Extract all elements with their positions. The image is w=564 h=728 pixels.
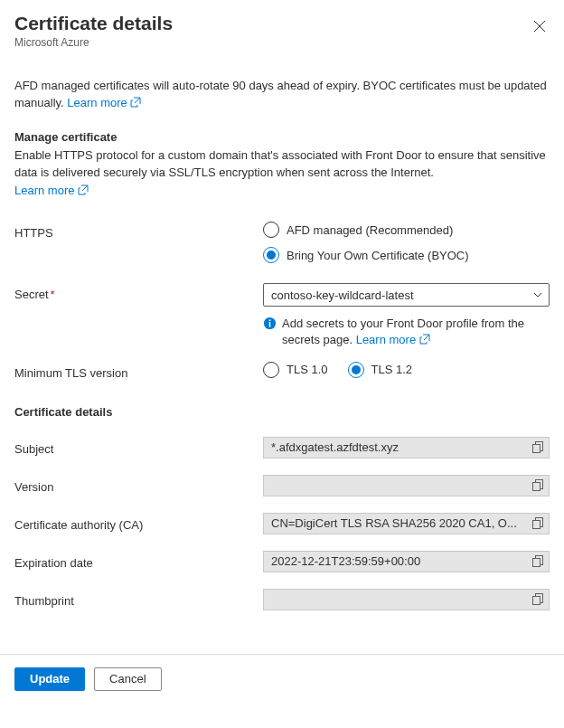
copy-ca-button[interactable] — [531, 516, 545, 531]
close-button[interactable] — [530, 16, 550, 39]
https-option-byoc-label: Bring Your Own Certificate (BYOC) — [287, 249, 469, 262]
https-option-byoc[interactable]: Bring Your Own Certificate (BYOC) — [263, 247, 550, 263]
rotation-description: AFD managed certificates will auto-rotat… — [14, 78, 550, 112]
external-link-icon — [130, 97, 141, 108]
page-title: Certificate details — [14, 13, 173, 34]
https-option-afd-managed-label: AFD managed (Recommended) — [287, 223, 453, 237]
ca-field: CN=DigiCert TLS RSA SHA256 2020 CA1, O..… — [263, 513, 550, 534]
svg-point-1 — [269, 320, 271, 322]
svg-rect-10 — [532, 559, 540, 567]
tls-radio-group: TLS 1.0 TLS 1.2 — [263, 362, 550, 378]
close-icon — [533, 20, 546, 33]
cancel-button[interactable]: Cancel — [94, 667, 161, 691]
copy-icon — [532, 555, 544, 567]
copy-expiry-button[interactable] — [531, 554, 545, 569]
manage-section-title: Manage certificate — [14, 130, 550, 144]
thumbprint-label: Thumbprint — [14, 591, 263, 608]
tls-option-12[interactable]: TLS 1.2 — [348, 362, 413, 378]
page-subtitle: Microsoft Azure — [14, 36, 173, 49]
manage-learn-more-link[interactable]: Learn more — [14, 183, 89, 200]
expiry-label: Expiration date — [14, 553, 263, 570]
radio-icon — [263, 362, 279, 378]
copy-thumbprint-button[interactable] — [531, 592, 545, 607]
thumbprint-field — [263, 589, 550, 610]
tls-option-10-label: TLS 1.0 — [287, 363, 328, 376]
external-link-icon — [78, 184, 89, 195]
footer: Update Cancel — [0, 654, 564, 704]
copy-version-button[interactable] — [531, 478, 545, 493]
https-label: HTTPS — [14, 222, 263, 240]
copy-subject-button[interactable] — [531, 440, 545, 455]
radio-icon — [263, 247, 279, 263]
subject-label: Subject — [14, 439, 263, 456]
secret-learn-more-link[interactable]: Learn more — [356, 333, 430, 346]
tls-option-12-label: TLS 1.2 — [371, 363, 413, 376]
tls-label: Minimum TLS version — [14, 362, 263, 380]
radio-icon — [348, 362, 364, 378]
svg-rect-6 — [532, 483, 540, 491]
copy-icon — [532, 593, 544, 605]
secret-select[interactable]: contoso-key-wildcard-latest — [263, 283, 550, 307]
update-button[interactable]: Update — [14, 667, 85, 691]
expiry-value: 2022-12-21T23:59:59+00:00 — [271, 554, 420, 568]
svg-rect-8 — [532, 521, 540, 529]
svg-rect-4 — [532, 445, 540, 453]
copy-icon — [532, 479, 544, 491]
version-label: Version — [14, 477, 263, 494]
rotation-learn-more-link[interactable]: Learn more — [67, 96, 141, 109]
secret-label: Secret* — [14, 283, 263, 301]
radio-icon — [263, 222, 279, 238]
subject-field: *.afdxgatest.azfdtest.xyz — [263, 437, 550, 459]
svg-rect-2 — [269, 322, 271, 327]
copy-icon — [532, 517, 544, 529]
https-radio-group: AFD managed (Recommended) Bring Your Own… — [263, 222, 550, 263]
svg-rect-12 — [532, 597, 540, 605]
secret-select-value: contoso-key-wildcard-latest — [271, 288, 414, 302]
chevron-down-icon — [532, 289, 543, 300]
https-option-afd-managed[interactable]: AFD managed (Recommended) — [263, 222, 550, 238]
expiry-field: 2022-12-21T23:59:59+00:00 — [263, 551, 550, 572]
ca-value: CN=DigiCert TLS RSA SHA256 2020 CA1, O..… — [271, 516, 517, 530]
manage-section-desc: Enable HTTPS protocol for a custom domai… — [14, 147, 550, 201]
tls-option-10[interactable]: TLS 1.0 — [263, 362, 328, 378]
ca-label: Certificate authority (CA) — [14, 515, 263, 532]
certificate-details-title: Certificate details — [14, 405, 550, 419]
info-icon — [263, 317, 277, 330]
copy-icon — [532, 441, 544, 453]
manage-section-desc-text: Enable HTTPS protocol for a custom domai… — [14, 148, 546, 179]
external-link-icon — [419, 334, 430, 345]
secret-info: Add secrets to your Front Door profile f… — [263, 316, 550, 348]
version-field — [263, 475, 550, 496]
subject-value: *.afdxgatest.azfdtest.xyz — [271, 440, 399, 454]
